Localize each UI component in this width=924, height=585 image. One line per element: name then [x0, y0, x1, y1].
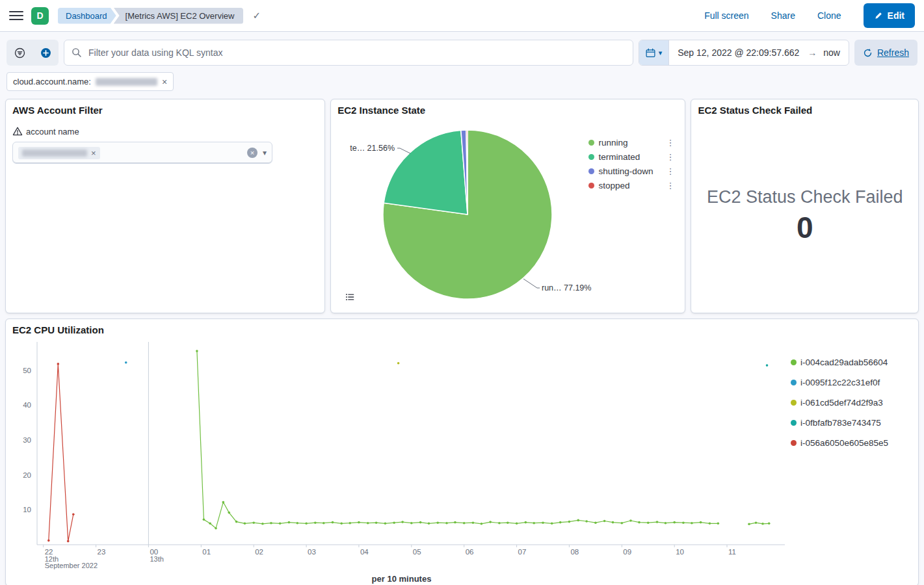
- clone-link[interactable]: Clone: [817, 10, 841, 21]
- y-tick-label: 20: [23, 471, 31, 479]
- legend-item-shutting-down[interactable]: shutting-down⋮: [588, 164, 676, 178]
- query-bar-left-buttons: [7, 40, 59, 66]
- share-link[interactable]: Share: [771, 10, 795, 21]
- series-point: [472, 521, 475, 524]
- series-point: [305, 523, 308, 525]
- legend-item-i-004cad29adab56604[interactable]: i-004cad29adab56604: [791, 355, 912, 369]
- control-label: account name: [12, 126, 318, 136]
- series-point: [507, 521, 509, 524]
- legend-item-i-061cd5def74d2f9a3[interactable]: i-061cd5def74d2f9a3: [791, 395, 912, 410]
- legend-dot: [791, 440, 797, 446]
- x-tick-label: 07: [518, 548, 527, 556]
- breadcrumb-current-page[interactable]: [Metrics AWS] EC2 Overview: [114, 8, 244, 24]
- kql-search-input[interactable]: [87, 47, 626, 58]
- x-tick-label: 03: [308, 548, 316, 556]
- date-quick-select-button[interactable]: ▾: [639, 40, 670, 65]
- legend-dot: [588, 168, 594, 174]
- hamburger-menu-icon[interactable]: [9, 11, 23, 21]
- legend-item-running[interactable]: running⋮: [588, 135, 676, 150]
- control-label-text: account name: [26, 127, 79, 136]
- series-point: [709, 523, 711, 525]
- filter-pill-field: cloud.account.name:: [13, 77, 91, 86]
- panel-title: EC2 Instance State: [337, 105, 678, 116]
- refresh-button-label: Refresh: [877, 47, 909, 58]
- series-point: [612, 521, 614, 524]
- dashboard-grid: AWS Account Filter account name × × ▾: [0, 94, 924, 585]
- series-point: [682, 521, 685, 524]
- legend-kebab-icon[interactable]: ⋮: [665, 181, 676, 190]
- series-point: [577, 519, 579, 522]
- legend-item-i-056a6050e605e85e5[interactable]: i-056a6050e605e85e5: [791, 436, 912, 450]
- x-tick-label: 01: [202, 548, 211, 556]
- full-screen-link[interactable]: Full screen: [704, 10, 748, 21]
- series-point: [375, 521, 378, 524]
- legend-label: shutting-down: [598, 166, 653, 176]
- combobox-chevron-down-icon[interactable]: ▾: [263, 148, 267, 157]
- filter-bar: cloud.account.name: ×: [0, 66, 924, 94]
- legend-dot: [791, 400, 797, 406]
- account-name-combobox[interactable]: × × ▾: [12, 142, 272, 164]
- series-point: [47, 540, 50, 542]
- saved-query-menu-button[interactable]: [7, 40, 33, 66]
- remove-token-icon[interactable]: ×: [91, 149, 96, 157]
- space-badge[interactable]: D: [31, 7, 49, 25]
- series-point: [629, 519, 632, 522]
- legend-item-terminated[interactable]: terminated⋮: [588, 150, 676, 164]
- series-point: [196, 350, 198, 352]
- legend-kebab-icon[interactable]: ⋮: [665, 166, 676, 176]
- x-axis-title: per 10 minutes: [12, 574, 791, 584]
- edit-button[interactable]: Edit: [864, 3, 915, 28]
- selected-account-token[interactable]: ×: [18, 147, 100, 159]
- series-point: [252, 521, 255, 524]
- cpu-chart-svg[interactable]: 10203040502212thSeptember 2022230013th01…: [12, 338, 790, 571]
- legend-label: stopped: [598, 181, 629, 190]
- legend-dot: [588, 183, 594, 188]
- series-point: [594, 521, 597, 524]
- calendar-icon: [646, 48, 655, 58]
- legend-item-stopped[interactable]: stopped⋮: [588, 178, 676, 192]
- search-icon: [72, 47, 82, 58]
- series-point: [542, 521, 544, 524]
- filter-pill-cloud-account-name[interactable]: cloud.account.name: ×: [7, 72, 174, 91]
- legend-label: i-0fbfafb783e743475: [800, 418, 881, 428]
- series-point: [768, 523, 771, 525]
- date-start[interactable]: Sep 12, 2022 @ 22:09:57.662: [669, 47, 808, 58]
- edit-button-label: Edit: [888, 10, 904, 21]
- refresh-button[interactable]: Refresh: [854, 40, 917, 66]
- series-point: [647, 521, 650, 524]
- clear-selection-icon[interactable]: ×: [247, 148, 257, 158]
- series-point: [72, 514, 75, 516]
- date-end[interactable]: now: [817, 47, 849, 58]
- series-point: [717, 523, 720, 525]
- x-tick-label: 10: [676, 548, 684, 556]
- series-line-i-004cad29adab56604: [197, 351, 718, 528]
- series-point: [454, 521, 456, 524]
- add-filter-button[interactable]: [33, 40, 59, 66]
- arrow-right-icon: →: [808, 47, 817, 58]
- legend-toggle-button[interactable]: [341, 289, 358, 306]
- series-point: [367, 522, 369, 525]
- remove-filter-icon[interactable]: ×: [162, 77, 167, 86]
- legend-kebab-icon[interactable]: ⋮: [665, 152, 676, 162]
- date-picker: ▾ Sep 12, 2022 @ 22:09:57.662 → now: [639, 40, 849, 66]
- metric: EC2 Status Check Failed 0: [691, 119, 918, 313]
- check-icon: ✓: [252, 10, 261, 21]
- series-point: [516, 523, 518, 525]
- legend-dot: [791, 380, 797, 385]
- series-point: [393, 521, 395, 524]
- series-point: [332, 521, 334, 524]
- legend-kebab-icon[interactable]: ⋮: [665, 138, 676, 148]
- legend-item-i-0fbfafb783e743475[interactable]: i-0fbfafb783e743475: [791, 415, 912, 430]
- breadcrumb-dashboard[interactable]: Dashboard: [58, 8, 116, 24]
- series-point: [700, 521, 702, 524]
- series-point: [209, 523, 211, 525]
- panel-title: EC2 CPU Utilization: [12, 324, 912, 335]
- pie-slice-terminated[interactable]: [384, 130, 468, 214]
- series-point: [525, 521, 527, 524]
- series-point: [314, 521, 317, 524]
- y-tick-label: 10: [23, 506, 31, 514]
- series-point: [384, 523, 387, 525]
- legend-item-i-0095f12c22c31ef0f[interactable]: i-0095f12c22c31ef0f: [791, 375, 912, 389]
- series-point: [235, 521, 238, 523]
- chevron-down-icon: ▾: [659, 49, 663, 57]
